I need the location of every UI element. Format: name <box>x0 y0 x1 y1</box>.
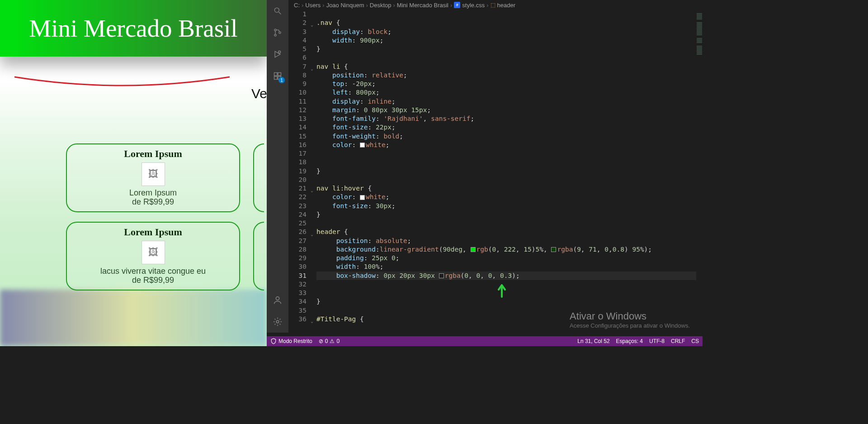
red-annotation-curve <box>14 76 231 90</box>
fold-toggle[interactable]: ⌄ <box>308 317 316 325</box>
svg-line-1 <box>279 12 281 14</box>
cursor-position[interactable]: Ln 31, Col 52 <box>577 338 609 344</box>
breadcrumb-file[interactable]: style.css <box>462 2 485 9</box>
code-line[interactable]: width: 900px; <box>316 36 701 45</box>
code-line[interactable]: margin: 0 80px 30px 15px; <box>316 106 701 114</box>
code-line[interactable] <box>316 176 701 184</box>
css-file-icon: # <box>454 2 460 8</box>
svg-point-10 <box>276 297 279 300</box>
code-line[interactable] <box>316 280 701 289</box>
breadcrumb-symbol[interactable]: header <box>497 2 515 9</box>
code-line[interactable]: header { <box>316 228 701 236</box>
svg-rect-8 <box>274 76 278 80</box>
product-card-clipped[interactable] <box>253 222 264 291</box>
code-line[interactable]: } <box>316 167 701 176</box>
code-line[interactable]: nav li:hover { <box>316 184 701 193</box>
svg-point-5 <box>278 51 281 53</box>
code-content[interactable]: .nav { display: block; width: 900px;} na… <box>316 10 701 324</box>
product-card[interactable]: Lorem Ipsum 🖼 Lorem Ipsumde R$99,99 <box>66 143 240 212</box>
account-icon[interactable] <box>271 294 284 306</box>
code-line[interactable]: nav li { <box>316 62 701 71</box>
code-line[interactable]: width: 100%; <box>316 262 701 271</box>
code-line[interactable] <box>316 53 701 62</box>
code-line[interactable]: color: white; <box>316 141 701 149</box>
language-mode-button[interactable]: CS <box>691 338 699 344</box>
svg-point-3 <box>274 34 276 36</box>
product-card[interactable]: Lorem Ipsum 🖼 lacus viverra vitae congue… <box>66 222 240 291</box>
eol-button[interactable]: CRLF <box>671 338 685 344</box>
fold-toggle[interactable]: ⌄ <box>308 186 316 195</box>
error-icon: ⊘ <box>319 338 323 344</box>
image-placeholder-icon: 🖼 <box>142 162 165 186</box>
fold-gutter[interactable]: ⌄⌄⌄⌄⌄ <box>308 10 316 333</box>
code-line[interactable]: font-weight: bold; <box>316 132 701 141</box>
code-line[interactable]: position: absolute; <box>316 237 701 245</box>
code-line[interactable]: } <box>316 210 701 219</box>
code-editor[interactable]: 1234567891011121314151617181920212223242… <box>288 10 701 333</box>
svg-rect-6 <box>274 73 278 76</box>
product-card-clipped[interactable] <box>253 143 264 212</box>
code-line[interactable]: .nav { <box>316 19 701 27</box>
code-line[interactable]: } <box>316 297 701 306</box>
restricted-mode-button[interactable]: Modo Restrito <box>270 338 312 344</box>
svg-point-11 <box>276 320 279 323</box>
fold-toggle[interactable]: ⌄ <box>308 64 316 73</box>
breadcrumb-part[interactable]: Desktop <box>370 2 392 9</box>
code-line[interactable]: } <box>316 45 701 53</box>
breadcrumb-part[interactable]: Users <box>305 2 321 9</box>
code-line[interactable]: font-size: 30px; <box>316 202 701 210</box>
search-icon[interactable] <box>271 5 284 17</box>
svg-point-4 <box>279 32 281 33</box>
code-line[interactable]: left: 800px; <box>316 88 701 97</box>
extensions-icon[interactable]: 1 <box>271 70 284 82</box>
product-title: Lorem Ipsum <box>124 148 182 160</box>
breadcrumb-part[interactable]: Joao Ninquem <box>326 2 364 9</box>
code-line[interactable]: font-family: 'Rajdhani', sans-serif; <box>316 114 701 123</box>
code-line[interactable]: color: white; <box>316 193 701 201</box>
code-line[interactable]: position: relative; <box>316 71 701 80</box>
preview-bg-photo <box>0 290 267 346</box>
windows-activation-watermark: Ativar o Windows Acesse Configurações pa… <box>570 310 690 329</box>
gear-icon[interactable] <box>271 315 284 328</box>
watermark-title: Ativar o Windows <box>570 310 690 322</box>
product-desc: lacus viverra vitae congue eude R$99,99 <box>100 267 206 285</box>
code-line[interactable] <box>316 10 701 19</box>
code-line[interactable] <box>316 219 701 228</box>
code-line[interactable] <box>316 149 701 158</box>
activity-bar: 1 <box>267 0 288 333</box>
site-header: Mini Mercado Brasil <box>0 0 267 57</box>
source-control-icon[interactable] <box>271 26 284 39</box>
code-line[interactable] <box>316 289 701 297</box>
code-line[interactable]: display: inline; <box>316 97 701 106</box>
code-line[interactable]: box-shadow: 0px 20px 30px rgba(0, 0, 0, … <box>316 272 701 280</box>
encoding-button[interactable]: UTF-8 <box>649 338 665 344</box>
run-debug-icon[interactable] <box>271 48 284 61</box>
code-line[interactable]: padding: 25px 0; <box>316 254 701 262</box>
watermark-sub: Acesse Configurações para ativar o Windo… <box>570 322 690 329</box>
problems-button[interactable]: ⊘0 ⚠0 <box>319 338 340 344</box>
code-line[interactable]: background:linear-gradient(90deg, rgb(0,… <box>316 245 701 254</box>
extensions-badge: 1 <box>278 77 285 83</box>
code-line[interactable]: top: -20px; <box>316 80 701 88</box>
breadcrumb[interactable]: C:› Users› Joao Ninquem› Desktop› Mini M… <box>288 0 701 10</box>
product-title: Lorem Ipsum <box>124 226 182 238</box>
svg-rect-7 <box>278 73 281 76</box>
indentation-button[interactable]: Espaços: 4 <box>616 338 643 344</box>
site-title: Mini Mercado Brasil <box>29 14 237 43</box>
breadcrumb-part[interactable]: Mini Mercado Brasil <box>397 2 448 9</box>
clipped-heading: Ve <box>251 86 267 101</box>
minimap[interactable] <box>696 10 703 333</box>
svg-point-0 <box>274 8 279 12</box>
svg-point-2 <box>274 29 276 31</box>
code-line[interactable]: display: block; <box>316 28 701 36</box>
fold-toggle[interactable]: ⌄ <box>308 230 316 238</box>
symbol-icon: ⬚ <box>491 2 495 8</box>
vscode-window: 1 C:› Users› Joao Ninquem› Desktop› Mini… <box>267 0 703 346</box>
breadcrumb-part[interactable]: C: <box>294 2 300 9</box>
code-line[interactable] <box>316 158 701 167</box>
code-line[interactable]: font-size: 22px; <box>316 123 701 132</box>
warning-icon: ⚠ <box>330 338 335 344</box>
line-gutter[interactable]: 1234567891011121314151617181920212223242… <box>288 10 308 333</box>
fold-toggle[interactable]: ⌄ <box>308 20 316 29</box>
browser-preview-pane: Mini Mercado Brasil Ve Lorem Ipsum 🖼 Lor… <box>0 0 267 346</box>
